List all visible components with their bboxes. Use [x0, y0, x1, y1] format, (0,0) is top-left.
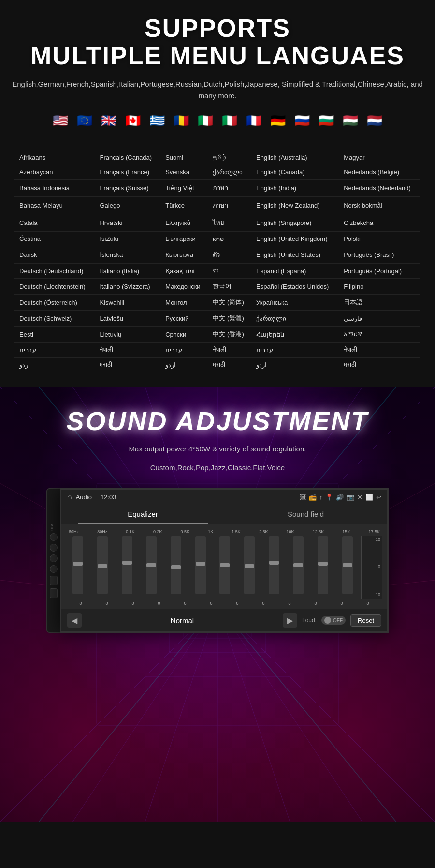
- flags-row: 🇺🇸🇪🇺🇬🇧🇨🇦🇬🇷🇷🇴🇮🇹🇮🇹🇫🇷🇩🇪🇷🇺🇧🇬🇭🇺🇳🇱: [10, 110, 425, 131]
- table-row: ČeštinaIsiZuluБългарскиລາວEnglish (Unite…: [14, 232, 420, 246]
- flag-icon: 🇷🇴: [171, 110, 191, 131]
- eq-next-button[interactable]: ▶: [283, 613, 297, 628]
- freq-label: 80Hz: [97, 529, 107, 534]
- list-item: IsiZulu: [95, 232, 160, 246]
- eq-slider-thumb[interactable]: [196, 562, 205, 566]
- side-btn-back[interactable]: [50, 565, 58, 573]
- eq-slider-track[interactable]: [269, 536, 279, 594]
- list-item: Italiano (Italia): [95, 264, 160, 279]
- eq-slider-track[interactable]: [244, 536, 255, 594]
- eq-slider-thumb[interactable]: [269, 561, 279, 565]
- list-item: Bahasa Indonesia: [14, 180, 95, 197]
- sound-section: SOUND ADJUSTMENT Max output power 4*50W …: [0, 387, 435, 822]
- list-item: Deutsch (Schweiz): [14, 311, 95, 327]
- table-row: AfrikaansFrançais (Canada)Suomiதமிழ்Engl…: [14, 150, 420, 165]
- flag-icon: 🇮🇹: [219, 110, 240, 131]
- tab-equalizer[interactable]: Equalizer: [61, 504, 224, 524]
- list-item: English (New Zealand): [251, 197, 339, 214]
- eq-slider-col: [287, 536, 310, 599]
- flag-icon: 🇬🇧: [99, 110, 119, 131]
- eq-freq-labels: 60Hz80Hz0.1K0.2K0.5K1K1.5K2.5K10K12.5K15…: [66, 529, 382, 534]
- side-btn-vol-up[interactable]: [50, 576, 58, 585]
- eq-slider-track[interactable]: [219, 536, 230, 594]
- eq-preset-name: Normal: [87, 616, 278, 625]
- list-item: Tiếng Việt: [160, 180, 208, 197]
- scale-line-top: [362, 541, 382, 541]
- list-item: አማርኛ: [339, 327, 420, 343]
- eq-slider-col: [91, 536, 115, 599]
- side-btn-vol-down[interactable]: [50, 588, 58, 598]
- reset-button[interactable]: Reset: [350, 614, 381, 627]
- loud-toggle[interactable]: OFF: [321, 616, 346, 625]
- tab-sound-field[interactable]: Sound field: [224, 504, 387, 524]
- list-item: Filipino: [339, 279, 420, 295]
- list-item: Հայերեն: [251, 327, 339, 343]
- eq-slider-thumb[interactable]: [122, 561, 132, 565]
- eq-slider-thumb[interactable]: [98, 564, 107, 568]
- eq-slider-thumb[interactable]: [245, 564, 254, 568]
- eq-slider-thumb[interactable]: [343, 563, 352, 567]
- eq-slider-track[interactable]: [293, 536, 304, 594]
- flag-icon: 🇮🇹: [195, 110, 216, 131]
- list-item: Македонски: [160, 279, 208, 295]
- list-item: Қазақ тілі: [160, 264, 208, 279]
- eq-slider-thumb[interactable]: [220, 563, 230, 567]
- list-item: Українська: [251, 295, 339, 311]
- list-item: Galego: [95, 197, 160, 214]
- list-item: اردو: [251, 358, 339, 373]
- eq-slider-thumb[interactable]: [293, 563, 303, 567]
- eq-slider-thumb[interactable]: [318, 562, 328, 566]
- flag-icon: 🇬🇷: [147, 110, 167, 131]
- list-item: 中文 (简体): [208, 295, 251, 311]
- list-item: Deutsch (Österreich): [14, 295, 95, 311]
- list-item: ไทย: [208, 214, 251, 232]
- eq-slider-col: [115, 536, 139, 599]
- eq-slider-track[interactable]: [171, 536, 181, 594]
- eq-slider-track[interactable]: [195, 536, 206, 594]
- eq-slider-col: [164, 536, 188, 599]
- side-btn-1[interactable]: [50, 533, 58, 541]
- status-icon-camera: 📷: [347, 494, 354, 501]
- eq-slider-track[interactable]: [97, 536, 108, 594]
- list-item: English (Singapore): [251, 214, 339, 232]
- eq-slider-thumb[interactable]: [73, 562, 83, 566]
- eq-slider-track[interactable]: [318, 536, 328, 594]
- subtitle-text: English,German,French,Spanish,Italian,Po…: [10, 78, 425, 102]
- table-row: Bahasa IndonesiaFrançais (Suisse)Tiếng V…: [14, 180, 420, 197]
- eq-slider-track[interactable]: [146, 536, 157, 594]
- list-item: 日本語: [339, 295, 420, 311]
- flag-icon: 🇧🇬: [316, 110, 336, 131]
- eq-value: 0: [355, 601, 380, 606]
- language-table-container: AfrikaansFrançais (Canada)Suomiதமிழ்Engl…: [0, 145, 435, 387]
- list-item: Català: [14, 214, 95, 232]
- eq-prev-button[interactable]: ◀: [67, 613, 82, 628]
- eq-slider-track[interactable]: [342, 536, 353, 594]
- top-section: SUPPORTS MULTIPLE MENU LANGUAES English,…: [0, 0, 435, 145]
- side-btn-power[interactable]: [50, 544, 58, 552]
- list-item: O'zbekcha: [339, 214, 420, 232]
- list-item: עברית: [14, 343, 95, 358]
- mic-label: MIC: [50, 524, 58, 531]
- eq-value: 0: [303, 601, 328, 606]
- list-item: English (Australia): [251, 150, 339, 165]
- list-item: नेपाली: [95, 343, 160, 358]
- eq-slider-thumb[interactable]: [171, 565, 181, 569]
- list-item: Монгол: [160, 295, 208, 311]
- list-item: Türkçe: [160, 197, 208, 214]
- list-item: Svenska: [160, 165, 208, 180]
- toggle-state: OFF: [333, 618, 343, 623]
- eq-slider-track[interactable]: [122, 536, 132, 594]
- list-item: Кыргызча: [160, 246, 208, 264]
- list-item: Nederlands (België): [339, 165, 420, 180]
- side-btn-home[interactable]: [50, 554, 58, 562]
- table-row: Deutsch (Deutschland)Italiano (Italia)Қа…: [14, 264, 420, 279]
- eq-slider-col: [311, 536, 335, 599]
- flag-icon: 🇪🇺: [74, 110, 95, 131]
- list-item: فارسی: [339, 311, 420, 327]
- list-item: עברית: [251, 343, 339, 358]
- list-item: اردو: [160, 358, 208, 373]
- eq-slider-track[interactable]: [72, 536, 83, 594]
- home-icon[interactable]: ⌂: [67, 493, 72, 501]
- eq-slider-thumb[interactable]: [146, 563, 156, 567]
- list-item: 中文 (繁體): [208, 311, 251, 327]
